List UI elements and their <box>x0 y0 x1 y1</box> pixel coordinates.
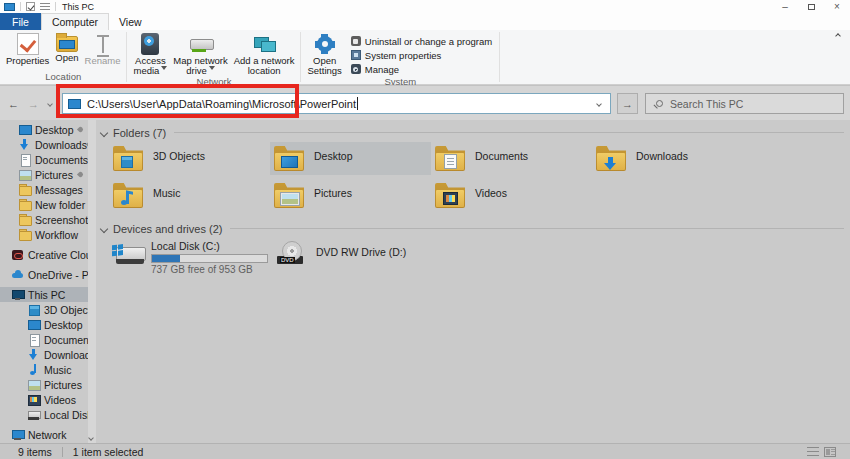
sidebar-item[interactable]: Desktop <box>0 122 88 137</box>
sidebar-item[interactable]: Desktop <box>0 317 88 332</box>
system-properties-button[interactable]: System properties <box>351 49 492 61</box>
sidebar-item[interactable]: Local Disk (C:) <box>0 407 88 422</box>
add-network-location-button[interactable]: Add a network location <box>231 32 298 76</box>
map-network-drive-button[interactable]: Map network drive <box>170 32 230 76</box>
back-button[interactable]: ← <box>8 98 19 110</box>
local-disk-tile[interactable]: Local Disk (C:) 737 GB free of 953 GB <box>109 238 271 277</box>
open-settings-button[interactable]: Open Settings <box>304 32 344 76</box>
sidebar-item[interactable]: Pictures <box>0 167 88 182</box>
disk-free-text: 737 GB free of 953 GB <box>151 264 268 275</box>
sidebar-item[interactable]: Downloads <box>0 347 88 362</box>
group-header-devices[interactable]: Devices and drives (2) <box>101 222 844 235</box>
collapse-group-icon[interactable] <box>100 224 108 232</box>
sidebar-item[interactable]: Creative Cloud Fil <box>0 247 88 262</box>
thumbnail-view-icon[interactable] <box>824 447 836 457</box>
sidebar-item[interactable]: Pictures <box>0 377 88 392</box>
close-button[interactable]: × <box>824 0 850 13</box>
dvd-drive-tile[interactable]: DVD DVD RW Drive (D:) <box>271 238 433 277</box>
this-pc-icon <box>68 99 81 109</box>
sidebar-item-icon <box>11 428 24 441</box>
qat-properties-icon[interactable] <box>26 2 35 11</box>
restore-button[interactable] <box>798 0 824 13</box>
search-placeholder: Search This PC <box>670 98 743 110</box>
properties-label: Properties <box>6 56 49 66</box>
forward-button[interactable]: → <box>28 98 39 110</box>
sidebar-item[interactable]: Workflow <box>0 227 88 242</box>
recent-locations-icon[interactable] <box>47 101 53 107</box>
access-media-icon <box>141 33 159 55</box>
sidebar-item[interactable]: OneDrive - Person <box>0 267 88 282</box>
manage-button[interactable]: Manage <box>351 63 492 75</box>
go-button[interactable]: → <box>617 93 638 114</box>
sidebar-item-icon <box>11 288 24 301</box>
sidebar-item-icon <box>27 318 40 331</box>
ribbon-group-network: Access media Map network drive Add a net… <box>127 30 300 84</box>
sidebar-item[interactable]: This PC <box>0 287 88 302</box>
address-path: C:\Users\User\AppData\Roaming\Microsoft\… <box>87 98 356 110</box>
access-media-button[interactable]: Access media <box>130 32 170 76</box>
collapse-group-icon[interactable] <box>100 128 108 136</box>
sidebar-item[interactable]: Network <box>0 427 88 442</box>
disk-usage-fill <box>152 255 180 262</box>
status-bar: 9 items 1 item selected <box>0 443 850 459</box>
folder-tile[interactable]: Desktop <box>270 142 431 175</box>
folder-tile[interactable]: Music <box>109 179 270 212</box>
folder-tile[interactable]: Downloads <box>592 142 753 175</box>
collapse-ribbon-icon[interactable] <box>835 33 841 39</box>
sidebar-item[interactable]: Downloads <box>0 137 88 152</box>
folder-tile[interactable]: 3D Objects <box>109 142 270 175</box>
address-bar[interactable]: C:\Users\User\AppData\Roaming\Microsoft\… <box>62 93 611 114</box>
qat-customize-icon[interactable] <box>40 3 50 10</box>
sidebar-item[interactable]: Music <box>0 362 88 377</box>
group-header-folders[interactable]: Folders (7) <box>101 126 844 139</box>
sidebar-item[interactable]: Messages <box>0 182 88 197</box>
uninstall-icon <box>351 36 361 46</box>
sidebar-item-icon <box>18 213 31 226</box>
rename-button[interactable]: Rename <box>82 32 124 71</box>
address-dropdown-icon[interactable] <box>596 101 602 107</box>
sidebar-item-label: Music <box>44 364 71 376</box>
map-network-drive-icon <box>190 33 212 55</box>
sidebar-item[interactable]: 3D Objects <box>0 302 88 317</box>
view-toggles <box>807 447 836 457</box>
minimize-button[interactable]: – <box>772 0 798 13</box>
sidebar-item[interactable]: Documents <box>0 152 88 167</box>
folder-overlay-icon <box>121 156 133 168</box>
uninstall-program-button[interactable]: Uninstall or change a program <box>351 35 492 47</box>
tab-computer[interactable]: Computer <box>41 13 109 30</box>
sidebar-item[interactable]: New folder <box>0 197 88 212</box>
rename-label: Rename <box>85 56 121 66</box>
items-count: 9 items <box>18 446 52 458</box>
properties-button[interactable]: Properties <box>3 32 52 71</box>
sidebar-item-icon <box>27 333 40 346</box>
tab-file[interactable]: File <box>0 13 41 30</box>
folder-tile[interactable]: Pictures <box>270 179 431 212</box>
open-folder-icon <box>56 36 78 52</box>
access-media-label2-text: media <box>133 65 159 76</box>
uninstall-label: Uninstall or change a program <box>365 36 492 47</box>
access-media-label2: media <box>133 66 167 76</box>
details-view-icon[interactable] <box>807 447 819 457</box>
sidebar-item[interactable]: Videos <box>0 392 88 407</box>
sidebar-item-label: Documents <box>44 334 88 346</box>
sidebar-item-label: New folder <box>35 199 85 211</box>
sidebar-item[interactable]: Screenshots <box>0 212 88 227</box>
devices-row: Local Disk (C:) 737 GB free of 953 GB DV… <box>109 238 850 277</box>
open-button[interactable]: Open <box>52 32 81 71</box>
folder-tile[interactable]: Videos <box>431 179 592 212</box>
folder-tile[interactable]: Documents <box>431 142 592 175</box>
sidebar-item[interactable]: Documents <box>0 332 88 347</box>
sidebar-item-icon <box>18 153 31 166</box>
navigation-bar: ← → ↑ C:\Users\User\AppData\Roaming\Micr… <box>0 85 850 120</box>
folder-icon <box>113 183 143 208</box>
group-header-label: Folders (7) <box>113 127 166 139</box>
scroll-down-icon[interactable] <box>88 435 94 441</box>
folder-icon <box>274 146 304 171</box>
sidebar-scrollbar[interactable] <box>88 120 96 443</box>
search-box[interactable]: Search This PC <box>645 93 844 114</box>
folder-tile-label: Downloads <box>636 150 688 162</box>
ribbon-tabs: File Computer View <box>0 13 850 30</box>
sidebar-item-icon <box>18 228 31 241</box>
tab-view[interactable]: View <box>109 13 152 30</box>
folder-overlay-icon <box>608 157 613 164</box>
